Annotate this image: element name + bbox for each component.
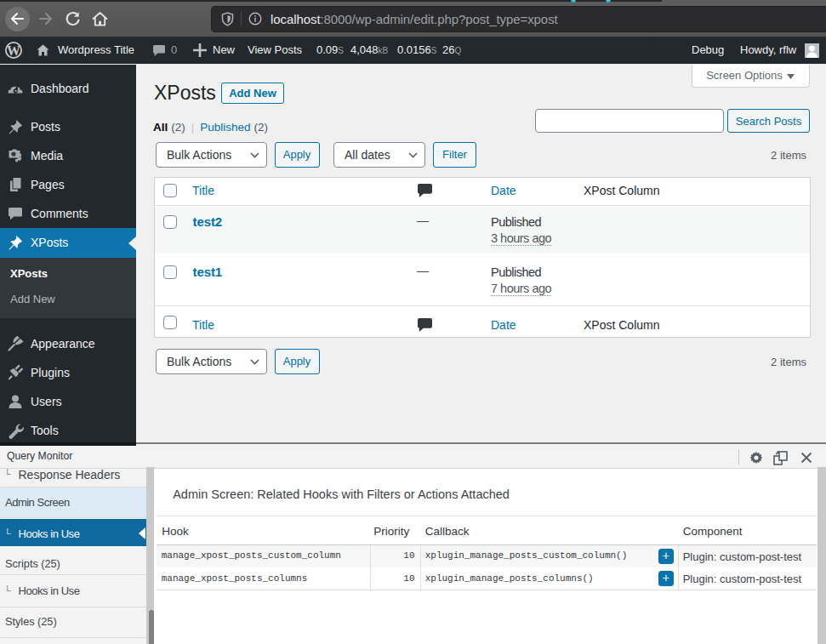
svg-text:W: W [7,43,20,58]
